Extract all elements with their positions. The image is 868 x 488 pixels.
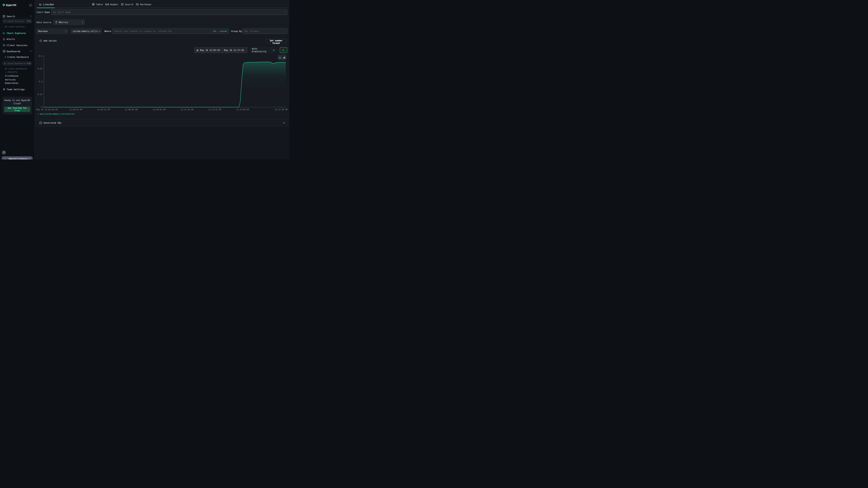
laptop-icon xyxy=(3,44,5,46)
presets-label: PRESETS xyxy=(8,71,18,73)
lucene-mode-option[interactable]: Lucene xyxy=(220,30,227,32)
granularity-select[interactable]: Auto Granularity xyxy=(250,47,277,53)
tab-table[interactable]: Table xyxy=(92,2,103,7)
metric-field-name: system.memory.utiliza xyxy=(73,30,98,32)
data-source-select[interactable]: Metrics xyxy=(54,20,85,25)
preset-clickhouse[interactable]: Clickhouse xyxy=(5,75,19,77)
circle-plus-icon xyxy=(39,39,42,42)
set-number-format-button[interactable]: Set number format xyxy=(266,39,286,43)
search-icon xyxy=(4,62,6,64)
chevron-up-icon xyxy=(30,51,32,52)
group-by-label: Group By xyxy=(231,29,242,34)
data-source-label: Data Source xyxy=(36,20,51,25)
no-saved-dashboards-text: No saved dashboards xyxy=(5,67,27,70)
chart-plot-area[interactable]: 00.150.30.450.6May 16 12:02:30 PM12:04:3… xyxy=(36,55,288,115)
aggregation-value: Maximum xyxy=(38,30,65,32)
create-dashboard-button[interactable]: + Create Dashboard xyxy=(5,56,29,58)
chart-explorer-icon xyxy=(3,32,5,34)
sidebar-item-label: Client Sessions xyxy=(7,44,28,46)
page-background xyxy=(35,127,289,159)
legend-series-name: max(system.memory.utilization) xyxy=(40,112,75,115)
preset-services[interactable]: Services xyxy=(5,78,16,81)
saved-searches-search[interactable]: ⌘ K xyxy=(2,19,32,23)
sidebar-item-label: Search xyxy=(7,15,15,18)
sidebar-item-chart-explorer[interactable]: Chart Explorer xyxy=(0,31,35,35)
no-saved-searches-text: No saved searches xyxy=(5,26,25,28)
line-bar-chart-icon xyxy=(39,3,42,6)
chevron-down-icon xyxy=(5,72,7,73)
sidebar: HyperDX Search ⌘ K No saved searches xyxy=(0,0,35,159)
table-icon xyxy=(92,3,95,6)
tab-markdown[interactable]: Markdown xyxy=(136,2,151,7)
svg-text:12:04:30 PM: 12:04:30 PM xyxy=(69,108,82,111)
divider xyxy=(36,18,287,19)
list-icon xyxy=(121,3,124,6)
help-button[interactable]: ? xyxy=(2,151,6,155)
calendar-icon xyxy=(196,49,198,51)
svg-text:12:17:30 PM: 12:17:30 PM xyxy=(275,108,287,111)
get-started-button[interactable]: Get Started for Free xyxy=(4,107,30,112)
user-menu[interactable]: D demos@clickhouse.com demos@clickhouse.… xyxy=(2,156,33,159)
sql-mode-option[interactable]: SQL xyxy=(213,30,216,32)
preset-kubernetes[interactable]: Kubernetes xyxy=(5,82,19,85)
sidebar-item-client-sessions[interactable]: Client Sessions xyxy=(0,43,35,48)
date-range-picker[interactable]: May 16 12:02:43 - May 16 12:17:43 xyxy=(194,47,247,53)
chart-name-label: Chart Name xyxy=(36,9,50,15)
svg-text:0: 0 xyxy=(41,106,42,108)
svg-text:12:06:15 PM: 12:06:15 PM xyxy=(97,108,110,111)
saved-dashboards-search[interactable]: ⌘ K xyxy=(2,61,32,65)
presets-header[interactable]: PRESETS xyxy=(5,71,18,73)
sidebar-item-label: Alerts xyxy=(7,38,15,40)
divider xyxy=(36,126,287,127)
add-series-button[interactable]: Add Series xyxy=(39,39,57,42)
sidebar-item-team-settings[interactable]: Team Settings xyxy=(0,87,35,92)
search-icon xyxy=(4,20,6,22)
app-title: HyperDX xyxy=(6,4,17,6)
tab-number[interactable]: 123 Number xyxy=(105,2,119,7)
tab-underline-track xyxy=(37,8,287,8)
database-icon xyxy=(55,21,58,23)
sidebar-item-alerts[interactable]: Alerts xyxy=(0,37,35,41)
play-icon xyxy=(282,49,284,51)
group-by-input[interactable] xyxy=(242,29,287,34)
line-chart[interactable]: 00.150.30.450.6May 16 12:02:30 PM12:04:3… xyxy=(36,55,288,115)
saved-dashboards-input[interactable] xyxy=(7,62,26,65)
hyperdx-logo-icon xyxy=(3,3,5,6)
tab-line-bar[interactable]: Line/Bar xyxy=(39,2,54,7)
svg-text:0.45: 0.45 xyxy=(38,68,42,70)
chevron-right-icon xyxy=(30,159,31,159)
gear-icon xyxy=(3,88,5,91)
sidebar-item-label: Dashboards xyxy=(7,50,21,53)
svg-text:0.3: 0.3 xyxy=(39,80,42,83)
svg-text:12:13:15 PM: 12:13:15 PM xyxy=(208,108,221,111)
saved-searches-input[interactable] xyxy=(7,20,26,23)
tab-search[interactable]: Search xyxy=(121,2,133,7)
tab-bar: Line/Bar Table 123 Number Search Markdow… xyxy=(35,0,289,8)
chevron-up-icon xyxy=(30,15,32,17)
aggregation-select[interactable]: Maximum xyxy=(36,29,68,34)
data-source-value: Metrics xyxy=(59,21,82,24)
svg-text:0.15: 0.15 xyxy=(38,93,42,96)
metric-field-tag[interactable]: system.memory.utiliza × xyxy=(71,29,101,34)
svg-text:0.6: 0.6 xyxy=(39,55,42,57)
cloud-promo-text: Ready to use HyperDX Cloud? xyxy=(2,99,32,105)
chart-name-input[interactable] xyxy=(51,9,287,15)
markdown-icon xyxy=(136,3,139,6)
search-section-icon xyxy=(3,15,5,18)
sidebar-item-label: Chart Explorer xyxy=(7,32,26,34)
where-search-input[interactable] xyxy=(112,29,229,34)
chevron-down-icon xyxy=(283,122,285,124)
collapse-sidebar-icon[interactable] xyxy=(29,4,32,6)
legend-swatch: — xyxy=(38,112,39,115)
generated-sql-toggle[interactable]: Generated SQL xyxy=(35,120,289,126)
remove-metric-icon[interactable]: × xyxy=(99,30,100,32)
sidebar-item-label: Team Settings xyxy=(7,88,25,91)
where-search-wrap: SQL|Lucene xyxy=(112,29,229,34)
tab-underline-active xyxy=(37,8,55,8)
bell-icon xyxy=(3,38,5,40)
run-query-button[interactable] xyxy=(280,47,287,53)
svg-text:12:09:45 PM: 12:09:45 PM xyxy=(153,108,166,111)
dashboards-icon xyxy=(3,50,5,53)
query-language-toggle[interactable]: SQL|Lucene xyxy=(213,30,227,32)
sidebar-item-dashboards[interactable]: Dashboards xyxy=(0,49,35,54)
